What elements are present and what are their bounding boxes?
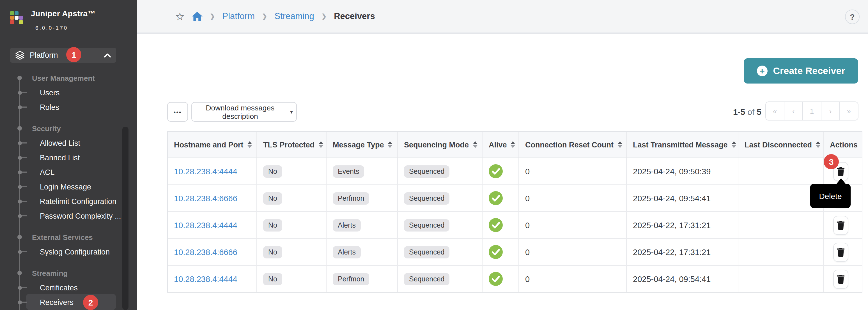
sidebar-scrollbar[interactable] <box>122 127 128 310</box>
pagination-info: 1-5 of 5 <box>679 102 762 122</box>
breadcrumb-current: Receivers <box>334 11 375 21</box>
column-header-message-type[interactable]: Message Type <box>327 132 398 158</box>
page-number-button[interactable]: 1 <box>802 102 821 120</box>
alive-cell <box>483 212 519 238</box>
home-icon[interactable] <box>192 11 203 21</box>
tls-protected-chip: No <box>263 165 282 177</box>
prev-page-button[interactable]: ‹ <box>784 102 802 120</box>
first-page-button[interactable]: « <box>766 102 784 120</box>
sidebar-section-external-services: External Services <box>0 230 137 244</box>
last-transmitted-cell: 2025-04-24, 09:54:41 <box>627 266 738 292</box>
sort-icon[interactable] <box>618 141 622 148</box>
alive-cell <box>483 185 519 211</box>
delete-button[interactable] <box>833 242 848 262</box>
hostname-link[interactable]: 10.28.238.4:4444 <box>174 274 237 283</box>
sort-icon[interactable] <box>511 141 515 148</box>
hostname-link[interactable]: 10.28.238.4:6666 <box>174 247 237 256</box>
column-header-last-disconnected[interactable]: Last Disconnected <box>738 132 824 158</box>
sort-icon[interactable] <box>318 141 323 148</box>
section-label: External Services <box>0 233 93 241</box>
message-type-chip: Alerts <box>333 246 361 258</box>
sidebar-item-ratelimit-configuration[interactable]: Ratelimit Configuration <box>0 194 137 209</box>
column-header-connection-reset-count[interactable]: Connection Reset Count <box>519 132 627 158</box>
sidebar-item-label: Users <box>0 88 60 97</box>
sidebar-item-allowed-list[interactable]: Allowed List <box>0 136 137 150</box>
breadcrumb-separator-icon: ❯ <box>210 12 215 20</box>
breadcrumb-separator-icon: ❯ <box>262 12 267 20</box>
column-header-actions: Actions <box>824 132 862 158</box>
hostname-link[interactable]: 10.28.238.4:6666 <box>174 194 237 203</box>
sort-icon[interactable] <box>732 141 736 148</box>
alive-check-icon <box>489 191 503 205</box>
last-transmitted-cell: 2025-04-22, 17:31:21 <box>627 239 738 265</box>
sort-icon[interactable] <box>473 141 477 148</box>
alive-check-icon <box>489 218 503 232</box>
chevron-up-icon[interactable] <box>104 53 111 58</box>
create-receiver-button[interactable]: + Create Receiver <box>744 58 858 83</box>
column-header-alive[interactable]: Alive <box>483 132 519 158</box>
pagination-total: 5 <box>756 107 762 116</box>
column-header-sequencing-mode[interactable]: Sequencing Mode <box>398 132 483 158</box>
delete-button[interactable] <box>833 215 848 235</box>
caret-down-icon: ▾ <box>290 109 293 115</box>
sidebar-item-receivers[interactable]: Receivers2 <box>0 295 137 309</box>
sidebar-item-acl[interactable]: ACL <box>0 165 137 179</box>
sidebar-item-users[interactable]: Users <box>0 85 137 100</box>
sidebar-item-platform[interactable]: Platform <box>10 48 116 63</box>
sidebar-item-banned-list[interactable]: Banned List <box>0 150 137 165</box>
sequencing-mode-cell: Sequenced <box>398 266 483 292</box>
sidebar-item-password-complexity[interactable]: Password Complexity ... <box>0 209 137 223</box>
sidebar-item-certificates[interactable]: Certificates <box>0 280 137 295</box>
column-header-last-transmitted-message[interactable]: Last Transmitted Message <box>627 132 738 158</box>
sidebar-item-login-message[interactable]: Login Message <box>0 179 137 194</box>
sort-icon[interactable] <box>388 141 393 148</box>
connection-reset-count-cell: 0 <box>519 185 627 211</box>
column-header-hostname-and-port[interactable]: Hostname and Port <box>168 132 257 158</box>
platform-label: Platform <box>30 51 58 60</box>
download-messages-button[interactable]: Download messages description ▾ <box>191 102 297 122</box>
connection-reset-count-cell: 0 <box>519 266 627 292</box>
favorite-star-icon[interactable]: ☆ <box>175 11 185 22</box>
message-type-cell: Events <box>327 158 398 184</box>
sidebar-nav: User ManagementUsersRolesSecurityAllowed… <box>0 71 137 309</box>
message-type-chip: Perfmon <box>333 192 370 204</box>
next-page-button[interactable]: › <box>821 102 839 120</box>
hostname-link[interactable]: 10.28.238.4:4444 <box>174 220 237 230</box>
step-badge-2: 2 <box>83 295 98 310</box>
sidebar: Juniper Apstra™ 6.0.0-170 Platform 1 Use… <box>0 0 137 310</box>
last-disconnected-cell <box>738 239 824 265</box>
step-badge-3: 3 <box>824 154 839 169</box>
receivers-table: Hostname and PortTLS ProtectedMessage Ty… <box>167 131 862 292</box>
hostname-link[interactable]: 10.28.238.4:4444 <box>174 167 237 176</box>
sort-icon[interactable] <box>247 141 252 148</box>
breadcrumb-link-platform[interactable]: Platform <box>222 11 255 21</box>
help-button[interactable]: ? <box>845 9 860 24</box>
last-transmitted-cell: 2025-04-24, 09:54:41 <box>627 185 738 211</box>
last-transmitted-cell: 2025-04-24, 09:50:39 <box>627 158 738 184</box>
more-actions-button[interactable]: ••• <box>167 102 188 122</box>
sequencing-mode-cell: Sequenced <box>398 185 483 211</box>
sidebar-item-label: Receivers <box>0 298 73 306</box>
plus-circle-icon: + <box>756 66 767 76</box>
connection-reset-count-cell: 0 <box>519 239 627 265</box>
section-label: Streaming <box>0 269 68 277</box>
download-messages-label: Download messages description <box>195 103 285 120</box>
sidebar-item-roles[interactable]: Roles <box>0 100 137 114</box>
section-label: User Management <box>0 74 95 82</box>
pagination-of-label: of <box>747 107 754 116</box>
sort-icon[interactable] <box>816 141 820 148</box>
sidebar-item-syslog-configuration[interactable]: Syslog Configuration <box>0 244 137 259</box>
message-type-cell: Alerts <box>327 239 398 265</box>
table-row: 10.28.238.4:6666NoAlertsSequenced02025-0… <box>168 239 862 266</box>
delete-tooltip-label: Delete <box>819 192 842 200</box>
last-page-button[interactable]: » <box>839 102 858 120</box>
column-header-tls-protected[interactable]: TLS Protected <box>257 132 327 158</box>
sidebar-item-label: Banned List <box>0 153 80 162</box>
delete-tooltip: Delete <box>810 184 850 208</box>
sidebar-item-label: Ratelimit Configuration <box>0 197 117 205</box>
message-type-cell: Perfmon <box>327 185 398 211</box>
alive-cell <box>483 158 519 184</box>
breadcrumb-link-streaming[interactable]: Streaming <box>274 11 314 21</box>
delete-button[interactable] <box>833 269 848 288</box>
alive-cell <box>483 239 519 265</box>
